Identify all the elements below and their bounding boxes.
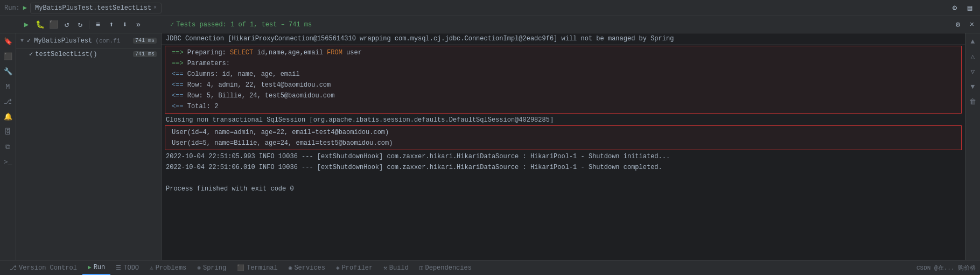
terminal-side-icon[interactable]: >_ [2, 156, 14, 168]
arrow-out-2: ==> [172, 60, 184, 67]
sql-table: user [346, 49, 362, 57]
git-icon[interactable]: ⎇ [2, 96, 14, 108]
spring-label: Spring [203, 264, 226, 272]
row2-text: Row: 5, Billie, 24, test5@baomidou.com [187, 92, 335, 100]
database-icon[interactable]: 🗄 [2, 126, 14, 138]
checkmark-method: ✓ [29, 50, 33, 58]
arrow-out-1: ==> [172, 49, 184, 57]
tab-spring[interactable]: ❁ Spring [192, 260, 232, 275]
build-icon: ⚒ [383, 264, 387, 271]
build-label: Build [389, 264, 409, 272]
expand-button[interactable]: ⬇ [119, 19, 131, 31]
toolbar-divider-1 [89, 20, 89, 29]
dependencies-label: Dependencies [425, 264, 472, 272]
jdbc-text: JDBC Connection [HikariProxyConnection@1… [166, 35, 674, 43]
rerun-button[interactable]: ↺ [61, 19, 73, 31]
bottom-bar: ⎇ Version Control ▶ Run ☰ TODO ⚠ Problem… [0, 260, 980, 275]
highlighted-sql-block: ==> Preparing: SELECT id,name,age,email … [165, 46, 962, 114]
checkmark-icon: ✓ [170, 20, 174, 29]
test-method-name: testSelectList() [35, 51, 97, 58]
terminal-label: Terminal [247, 264, 278, 272]
run-tab-close[interactable]: × [153, 5, 157, 11]
arrow-in-4: <== [172, 103, 184, 110]
profiler-label: Profiler [342, 264, 373, 272]
sql-from: FROM [327, 49, 346, 57]
settings-btn[interactable]: ⚙ [952, 19, 964, 31]
tab-terminal[interactable]: ⬛ Terminal [232, 260, 283, 275]
columns-text: Columns: id, name, age, email [187, 70, 300, 78]
arrow-in-2: <== [172, 81, 184, 89]
run-tab-label-bottom: Run [94, 264, 106, 271]
notification-icon[interactable]: 🔔 [2, 111, 14, 123]
tab-version-control[interactable]: ⎇ Version Control [4, 260, 82, 275]
debug-button[interactable]: 🐛 [34, 19, 46, 31]
sort-button[interactable]: ≡ [92, 19, 104, 31]
test-method-time: 741 ms [133, 51, 157, 57]
csdn-label: CSDN @在... 购价格 [916, 264, 976, 272]
log-row-1: <== Row: 4, admin, 22, test4@baomidou.co… [167, 80, 959, 90]
right-sidebar: ▲ △ ▽ ▼ 🗑 [965, 33, 980, 260]
layers-icon[interactable]: ⧉ [2, 141, 14, 153]
tab-run[interactable]: ▶ Run [82, 260, 110, 275]
sql-fields: id,name,age,email [257, 49, 327, 57]
services-icon: ◉ [289, 264, 292, 271]
run-tab[interactable]: MyBatisPlusTest.testSelectList × [30, 3, 162, 13]
more-button[interactable]: » [132, 19, 144, 31]
test-expand-arrow[interactable]: ▼ [20, 38, 24, 44]
main-content: 🔖 ⬛ 🔧 M ⎇ 🔔 🗄 ⧉ >_ ▼ ✓ MyBatisPlusTest (… [0, 33, 980, 260]
log-row-2: <== Row: 5, Billie, 24, test5@baomidou.c… [167, 90, 959, 101]
rerun-failed-button[interactable]: ↻ [74, 19, 86, 31]
sql-select: SELECT [230, 49, 257, 57]
tab-profiler[interactable]: ◈ Profiler [331, 260, 378, 275]
log-preparing: ==> Preparing: SELECT id,name,age,email … [167, 47, 959, 58]
log-user-2: User(id=5, name=Billie, age=24, email=te… [167, 138, 959, 149]
settings-icon[interactable]: ⚙ [949, 2, 961, 14]
checkmark-class: ✓ [27, 37, 31, 45]
layout-icon[interactable]: ▤ [964, 2, 976, 14]
info2-text: 2022-10-04 22:51:06.010 INFO 10036 --- [… [166, 164, 662, 171]
user-lines-block: User(id=4, name=admin, age=22, email=tes… [165, 125, 962, 150]
filter-button[interactable]: ⬆ [106, 19, 117, 31]
tab-todo[interactable]: ☰ TODO [110, 260, 144, 275]
user2-text: User(id=5, name=Billie, age=24, email=te… [172, 139, 393, 147]
test-class-package: (com.fi [95, 38, 120, 44]
parameters-text: Parameters: [187, 60, 230, 67]
todo-icon: ☰ [116, 264, 121, 271]
test-panel-header: ▼ ✓ MyBatisPlusTest (com.fi 741 ms [16, 33, 161, 48]
log-exit: Process finished with exit code 0 [162, 184, 965, 194]
log-parameters: ==> Parameters: [167, 58, 959, 69]
close-btn[interactable]: × [966, 19, 978, 31]
tests-passed-indicator: ✓ Tests passed: 1 of 1, test – 741 ms [170, 20, 312, 29]
test-method-row[interactable]: ✓ testSelectList() 741 ms [16, 48, 161, 60]
stop-button[interactable]: ⬛ [47, 19, 59, 31]
toolbar-right: ⚙ × [952, 19, 978, 31]
version-control-icon: ⎇ [10, 264, 17, 271]
scroll-down-icon[interactable]: ▽ [967, 66, 979, 77]
scroll-up-icon[interactable]: △ [967, 51, 979, 62]
tab-problems[interactable]: ⚠ Problems [144, 260, 192, 275]
structure-icon[interactable]: ⬛ [2, 51, 14, 62]
preparing-text: Preparing: [187, 49, 230, 57]
tab-services[interactable]: ◉ Services [283, 260, 331, 275]
problems-icon: ⚠ [150, 264, 153, 271]
run-button[interactable]: ▶ [20, 19, 32, 31]
maven-icon[interactable]: M [2, 81, 14, 93]
dependencies-icon: ◫ [419, 264, 423, 271]
bookmarks-icon[interactable]: 🔖 [2, 36, 14, 47]
trash-icon[interactable]: 🗑 [967, 96, 979, 108]
run-bar: Run: ▶ MyBatisPlusTest.testSelectList × … [0, 0, 980, 16]
tab-build[interactable]: ⚒ Build [378, 260, 414, 275]
todo-label: TODO [123, 264, 139, 272]
wrench-icon[interactable]: 🔧 [2, 66, 14, 77]
closing-text: Closing non transactional SqlSession [or… [166, 116, 554, 124]
tab-dependencies[interactable]: ◫ Dependencies [414, 260, 477, 275]
info1-text: 2022-10-04 22:51:05.993 INFO 10036 --- [… [166, 153, 670, 160]
scroll-bottom-icon[interactable]: ▼ [967, 81, 979, 93]
scroll-top-icon[interactable]: ▲ [967, 36, 979, 47]
log-info-2: 2022-10-04 22:51:06.010 INFO 10036 --- [… [162, 162, 965, 173]
log-closing: Closing non transactional SqlSession [or… [162, 115, 965, 125]
log-user-1: User(id=4, name=admin, age=22, email=tes… [167, 127, 959, 138]
log-empty [162, 173, 965, 184]
jdbc-connection-line: JDBC Connection [HikariProxyConnection@1… [162, 33, 965, 45]
log-total: <== Total: 2 [167, 101, 959, 112]
